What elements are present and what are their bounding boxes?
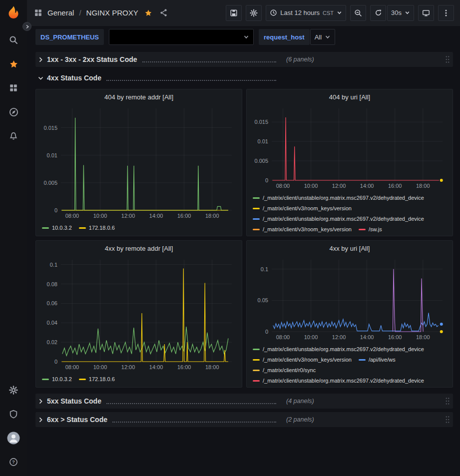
svg-text:14:00: 14:00 [360, 183, 374, 189]
legend-item[interactable]: /_matrix/client/unstable/org.matrix.msc2… [253, 194, 424, 202]
search-icon[interactable] [0, 30, 27, 50]
row-6xx[interactable]: 6xx > Status Code (2 panels) [35, 412, 453, 427]
row-title: 4xx Status Code [47, 74, 101, 82]
chart-4xx-by-uri[interactable]: 08:0010:0012:0014:0016:0018:0000.050.1 [251, 256, 449, 342]
legend-label: /_matrix/client/r0/sync [263, 367, 316, 374]
variable-ds-prometheus-label[interactable]: DS_PROMETHEUS [35, 29, 104, 45]
svg-text:0.08: 0.08 [47, 281, 57, 287]
legend-item[interactable]: /_matrix/client/unstable/org.matrix.msc2… [253, 215, 424, 223]
svg-text:08:00: 08:00 [65, 213, 79, 219]
svg-text:0: 0 [265, 329, 268, 335]
legend-item[interactable]: /_matrix/client/unstable/org.matrix.msc2… [253, 377, 424, 384]
dashboard-settings-button[interactable] [246, 5, 262, 21]
legend-swatch [253, 370, 260, 371]
chevron-down-icon [243, 34, 249, 40]
legend-swatch [253, 349, 260, 350]
chart-404-by-uri[interactable]: 08:0010:0012:0014:0016:0018:0000.0050.01… [251, 104, 449, 190]
legend-label: 172.18.0.6 [89, 376, 115, 383]
share-icon[interactable] [159, 8, 168, 17]
svg-text:0.04: 0.04 [47, 320, 57, 326]
legend-item[interactable]: 10.0.3.2 [42, 376, 72, 383]
legend-item[interactable]: /_matrix/client/v3/room_keys/version [253, 226, 352, 233]
svg-text:18:00: 18:00 [205, 364, 219, 370]
legend-swatch [253, 380, 260, 382]
legend-item[interactable]: /_matrix/client/unstable/org.matrix.msc2… [253, 346, 424, 353]
tv-mode-button[interactable] [418, 5, 434, 21]
svg-text:14:00: 14:00 [149, 213, 163, 219]
svg-text:16:00: 16:00 [177, 364, 191, 370]
alerting-icon[interactable] [0, 126, 27, 146]
grip-icon[interactable] [444, 54, 451, 64]
legend-swatch [253, 229, 260, 230]
chart-4xx-by-remote-addr[interactable]: 08:0010:0012:0014:0016:0018:0000.020.040… [40, 256, 238, 372]
timezone-label: CST [323, 10, 334, 16]
legend-item[interactable]: /_matrix/client/r0/sync [253, 367, 316, 374]
time-range-picker[interactable]: Last 12 hours CST [266, 5, 346, 21]
row-title: 5xx Status Code [47, 397, 101, 405]
chevron-down-icon [325, 34, 331, 40]
grip-icon[interactable] [444, 396, 451, 406]
dotted-leader [142, 61, 276, 62]
variable-request-host-label[interactable]: request_host [259, 29, 310, 45]
variables-row: DS_PROMETHEUS request_host All [27, 26, 460, 48]
tv-icon [422, 9, 430, 17]
breadcrumb-folder[interactable]: General [47, 8, 74, 17]
svg-text:10:00: 10:00 [304, 183, 318, 189]
panel-title[interactable]: 404 by uri [All] [251, 91, 449, 103]
svg-text:0.1: 0.1 [50, 262, 57, 268]
panel-4xx-by-uri: 4xx by uri [All] 08:0010:0012:0014:0016:… [246, 240, 453, 388]
panel-title[interactable]: 404 by remote addr [All] [40, 91, 238, 103]
chart-404-by-remote-addr[interactable]: 08:0010:0012:0014:0016:0018:0000.0050.01… [40, 104, 238, 220]
row-5xx[interactable]: 5xx Status Code (4 panels) [35, 394, 453, 409]
avatar[interactable] [0, 428, 27, 448]
svg-text:0.01: 0.01 [258, 138, 268, 144]
legend-item[interactable]: /_matrix/client/v3/room_keys/version [253, 356, 352, 364]
variable-ds-prometheus-select[interactable] [109, 29, 254, 45]
legend-label: /_matrix/client/unstable/org.matrix.msc2… [263, 215, 424, 223]
settings-gear-icon[interactable] [0, 380, 27, 400]
zoom-out-button[interactable] [350, 5, 366, 21]
svg-text:0.1: 0.1 [261, 266, 268, 272]
legend-item[interactable]: 172.18.0.6 [79, 376, 115, 383]
legend-item[interactable]: 10.0.3.2 [42, 224, 72, 232]
row-1xx-3xx-2xx[interactable]: 1xx - 3xx - 2xx Status Code (6 panels) [35, 52, 453, 67]
starred-icon[interactable] [0, 54, 27, 74]
panel-title[interactable]: 4xx by uri [All] [251, 243, 449, 255]
shield-icon[interactable] [0, 404, 27, 424]
refresh-button[interactable] [370, 5, 386, 21]
legend-label: /_matrix/client/unstable/org.matrix.msc2… [263, 194, 424, 202]
help-icon[interactable]: ? [0, 452, 27, 472]
sidebar-expand-button[interactable] [22, 22, 31, 31]
explore-icon[interactable] [0, 102, 27, 122]
row-4xx[interactable]: 4xx Status Code [35, 70, 453, 85]
row-title: 1xx - 3xx - 2xx Status Code [47, 55, 137, 63]
svg-text:18:00: 18:00 [416, 183, 430, 189]
legend-swatch [79, 227, 86, 229]
svg-text:16:00: 16:00 [388, 183, 402, 189]
grafana-logo[interactable] [4, 4, 22, 22]
dashboards-icon[interactable] [0, 78, 27, 98]
favorite-star-icon[interactable] [144, 9, 152, 17]
legend-item[interactable]: 172.18.0.6 [79, 224, 115, 232]
legend-swatch [359, 229, 366, 230]
legend-item[interactable]: /api/live/ws [359, 356, 396, 364]
kebab-menu-button[interactable] [438, 5, 454, 21]
legend-label: 10.0.3.2 [52, 376, 72, 383]
grip-icon[interactable] [444, 415, 451, 425]
refresh-interval-picker[interactable]: 30s [387, 5, 414, 21]
row-title: 6xx > Status Code [47, 416, 107, 424]
kebab-icon [443, 9, 450, 17]
legend-item[interactable]: /_matrix/client/v3/room_keys/version [253, 205, 352, 212]
topbar: General / NGINX PROXY [27, 0, 460, 26]
dotted-leader [106, 80, 276, 81]
save-dashboard-button[interactable] [226, 5, 242, 21]
legend-item[interactable]: /sw.js [359, 226, 382, 233]
legend-swatch [42, 227, 49, 229]
variable-request-host-select[interactable]: All [310, 29, 335, 45]
panel-legend: 10.0.3.2172.18.0.6 [40, 220, 238, 232]
legend-swatch [253, 218, 260, 220]
panel-title[interactable]: 4xx by remote addr [All] [40, 243, 238, 255]
svg-text:0.02: 0.02 [47, 339, 57, 345]
svg-text:?: ? [12, 459, 15, 465]
dashboard-grid-icon [34, 8, 42, 17]
